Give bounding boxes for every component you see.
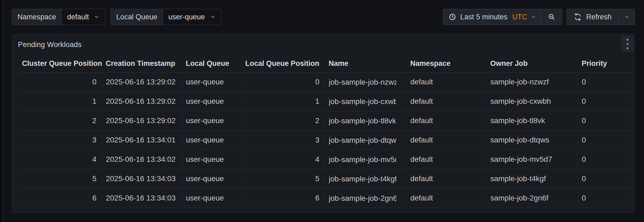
- cell-local-queue-position: 2: [242, 111, 325, 130]
- column-header-local-queue-position[interactable]: Local Queue Position: [242, 55, 325, 72]
- table-row: 12025-06-16 13:29:02user-queue1job-sampl…: [19, 92, 632, 111]
- chevron-down-icon: [94, 14, 100, 20]
- table-row: 62025-06-16 13:34:03user-queue6job-sampl…: [19, 188, 632, 208]
- cell-priority: 0: [578, 111, 632, 130]
- refresh-sync-icon: [574, 13, 582, 21]
- column-header-priority[interactable]: Priority: [578, 55, 632, 72]
- refresh-label: Refresh: [586, 13, 612, 21]
- time-range-label: Last 5 minutes: [460, 13, 507, 21]
- variable-local-queue-value: user-queue: [168, 13, 205, 21]
- cell-local-queue-position: 4: [242, 150, 325, 169]
- column-header-cluster-queue-position[interactable]: Cluster Queue Position: [19, 55, 102, 72]
- refresh-button[interactable]: Refresh: [567, 9, 619, 25]
- chevron-down-icon: [210, 14, 216, 20]
- cell-cluster-queue-position: 3: [19, 130, 102, 150]
- cell-name: job-sample-job-dtqws: [325, 130, 407, 150]
- cell-creation-timestamp: 2025-06-16 13:29:02: [102, 111, 182, 130]
- table-row: 02025-06-16 13:29:02user-queue0job-sampl…: [19, 72, 632, 92]
- cell-local-queue: user-queue: [182, 150, 242, 169]
- column-header-owner-job[interactable]: Owner Job: [487, 55, 578, 72]
- cell-name: job-sample-job-tl8vk: [325, 111, 407, 130]
- cell-local-queue-position: 0: [242, 72, 325, 92]
- time-picker-group: Last 5 minutes UTC: [443, 9, 562, 25]
- cell-name: job-sample-job-nzwzf: [325, 72, 407, 92]
- cell-owner-job: sample-job-cxwbh: [487, 92, 578, 111]
- pending-workloads-panel: Pending Workloads Cluster Queue Position…: [12, 34, 635, 213]
- cell-namespace: default: [407, 111, 487, 130]
- column-header-name[interactable]: Name: [325, 55, 407, 72]
- cell-local-queue: user-queue: [182, 92, 242, 111]
- variable-local-queue: Local Queue user-queue: [111, 9, 221, 25]
- variable-local-queue-value-dropdown[interactable]: user-queue: [163, 9, 221, 25]
- workloads-table-container: Cluster Queue PositionCreation Timestamp…: [12, 55, 635, 208]
- cell-priority: 0: [578, 169, 632, 188]
- cell-local-queue-position: 5: [242, 169, 325, 188]
- table-row: 22025-06-16 13:29:02user-queue2job-sampl…: [19, 111, 632, 130]
- clock-icon: [448, 13, 456, 21]
- panel-menu-button[interactable]: [621, 35, 634, 52]
- time-zoom-out-button[interactable]: [541, 9, 562, 25]
- cell-priority: 0: [578, 130, 632, 150]
- cell-priority: 0: [578, 150, 632, 169]
- cell-cluster-queue-position: 4: [19, 150, 102, 169]
- cell-local-queue: user-queue: [182, 169, 242, 188]
- cell-name: job-sample-job-2gn6f: [325, 188, 407, 208]
- table-row: 42025-06-16 13:34:02user-queue4job-sampl…: [19, 150, 632, 169]
- cell-owner-job: sample-job-nzwzf: [487, 72, 578, 92]
- cell-cluster-queue-position: 5: [19, 169, 102, 188]
- cell-creation-timestamp: 2025-06-16 13:29:02: [102, 72, 182, 92]
- cell-namespace: default: [407, 188, 487, 208]
- table-row: 52025-06-16 13:34:03user-queue5job-sampl…: [19, 169, 632, 188]
- variable-namespace: Namespace default: [12, 9, 105, 25]
- variable-local-queue-label: Local Queue: [111, 9, 163, 25]
- cell-priority: 0: [578, 92, 632, 111]
- column-header-namespace[interactable]: Namespace: [407, 55, 487, 72]
- variable-namespace-value-dropdown[interactable]: default: [62, 9, 105, 25]
- cell-cluster-queue-position: 0: [19, 72, 102, 92]
- cell-local-queue: user-queue: [182, 188, 242, 208]
- grafana-dashboard: Namespace default Local Queue user-queue: [3, 0, 644, 222]
- cell-creation-timestamp: 2025-06-16 13:34:03: [102, 188, 182, 208]
- cell-owner-job: sample-job-dtqws: [487, 130, 578, 150]
- cell-local-queue-position: 3: [242, 130, 325, 150]
- variable-namespace-value: default: [67, 13, 89, 21]
- variable-namespace-label: Namespace: [12, 9, 62, 25]
- chevron-down-icon: [624, 14, 630, 20]
- refresh-group: Refresh: [566, 9, 635, 25]
- chevron-down-icon: [531, 14, 536, 20]
- panel-title: Pending Workloads: [18, 41, 82, 49]
- cell-namespace: default: [407, 169, 487, 188]
- time-range-picker[interactable]: Last 5 minutes UTC: [443, 9, 541, 25]
- column-header-local-queue[interactable]: Local Queue: [182, 55, 242, 72]
- cell-local-queue: user-queue: [182, 72, 242, 92]
- cell-priority: 0: [578, 188, 632, 208]
- cell-local-queue: user-queue: [182, 111, 242, 130]
- cell-owner-job: sample-job-mv5d7: [487, 150, 578, 169]
- column-header-creation-timestamp[interactable]: Creation Timestamp: [102, 55, 182, 72]
- cell-local-queue-position: 1: [242, 92, 325, 111]
- cell-creation-timestamp: 2025-06-16 13:34:03: [102, 169, 182, 188]
- magnifier-minus-icon: [548, 13, 556, 21]
- cell-creation-timestamp: 2025-06-16 13:29:02: [102, 92, 182, 111]
- refresh-interval-dropdown[interactable]: [619, 9, 635, 25]
- cell-name: job-sample-job-mv5d7: [325, 150, 407, 169]
- cell-owner-job: sample-job-t4kgf: [487, 169, 578, 188]
- cell-namespace: default: [407, 130, 487, 150]
- table-row: 32025-06-16 13:34:01user-queue3job-sampl…: [19, 130, 632, 150]
- cell-creation-timestamp: 2025-06-16 13:34:01: [102, 130, 182, 150]
- kebab-menu-icon: [627, 39, 628, 41]
- cell-creation-timestamp: 2025-06-16 13:34:02: [102, 150, 182, 169]
- cell-name: job-sample-job-cxwbh: [325, 92, 407, 111]
- cell-cluster-queue-position: 2: [19, 111, 102, 130]
- window-edge: [0, 0, 3, 222]
- cell-cluster-queue-position: 1: [19, 92, 102, 111]
- cell-namespace: default: [407, 92, 487, 111]
- table-header-row: Cluster Queue PositionCreation Timestamp…: [19, 55, 632, 72]
- variable-controls: Namespace default Local Queue user-queue: [12, 9, 221, 25]
- timezone-badge: UTC: [512, 13, 527, 21]
- panel-header: Pending Workloads: [12, 34, 635, 55]
- cell-local-queue-position: 6: [242, 188, 325, 208]
- cell-local-queue: user-queue: [182, 130, 242, 150]
- workloads-table: Cluster Queue PositionCreation Timestamp…: [19, 55, 632, 208]
- time-and-refresh-controls: Last 5 minutes UTC: [443, 9, 635, 25]
